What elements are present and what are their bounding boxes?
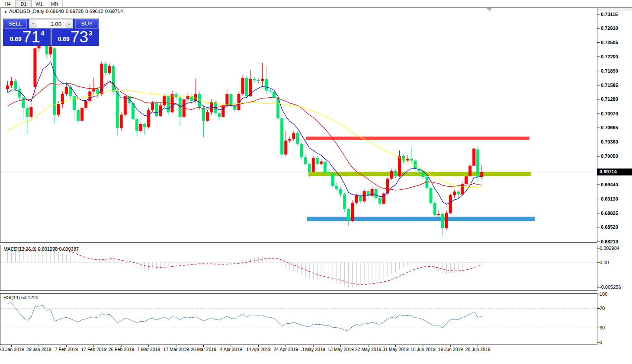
svg-text:20 Jan 2019: 20 Jan 2019: [0, 347, 24, 352]
ohlc-close: 0.69714: [105, 9, 123, 14]
volume-input[interactable]: [37, 19, 65, 28]
svg-text:0.72505: 0.72505: [601, 40, 618, 45]
svg-text:28 Jun 2019: 28 Jun 2019: [465, 347, 491, 352]
timeframe-button-h4[interactable]: H4: [0, 0, 16, 7]
macd-axis: 0.0029840.00-0.005256: [597, 246, 621, 290]
sell-button[interactable]: SELL: [3, 19, 27, 29]
svg-text:100: 100: [600, 291, 607, 297]
svg-text:4 Apr 2019: 4 Apr 2019: [220, 347, 242, 352]
svg-text:29 Jan 2019: 29 Jan 2019: [26, 347, 51, 352]
svg-text:0.70360: 0.70360: [601, 139, 618, 144]
chart-symbol-label: AUDUSD-,Daily: [9, 9, 44, 14]
buy-button[interactable]: BUY: [75, 19, 99, 29]
svg-text:0.72810: 0.72810: [601, 26, 618, 31]
svg-text:0.68520: 0.68520: [601, 224, 618, 230]
buy-price-prefix: 0.69: [58, 35, 70, 42]
svg-text:0.69130: 0.69130: [601, 196, 618, 201]
ohlc-low: 0.69612: [85, 9, 103, 14]
timeframe-button-mn[interactable]: MN: [47, 0, 63, 7]
svg-text:0: 0: [600, 340, 602, 345]
svg-text:0.70665: 0.70665: [601, 125, 618, 130]
svg-text:0.69714: 0.69714: [600, 169, 617, 174]
svg-text:0.002984: 0.002984: [600, 246, 619, 251]
svg-text:0.71585: 0.71585: [601, 83, 618, 88]
macd-value-main: 0.001298: [38, 246, 58, 252]
svg-text:-0.005256: -0.005256: [600, 284, 621, 290]
timeframe-button-d1[interactable]: D1: [16, 0, 32, 7]
svg-text:7 Mar 2019: 7 Mar 2019: [137, 347, 160, 352]
chart-title: ▲AUDUSD-,Daily0.696400.697280.696120.697…: [4, 9, 125, 14]
sell-price-pip: 4: [41, 29, 44, 37]
sell-price-big: 71: [22, 30, 40, 44]
sell-price-prefix: 0.69: [10, 35, 22, 42]
svg-text:0.69440: 0.69440: [601, 182, 618, 187]
svg-text:0.00: 0.00: [600, 260, 609, 265]
svg-text:70: 70: [600, 306, 605, 311]
one-click-trade-panel: SELL ▼ ▲ BUY 0.69 71 4 0.69 73 3: [3, 19, 99, 45]
macd-name: MACD(12,26,9): [3, 246, 36, 252]
buy-price-big: 73: [71, 30, 88, 44]
current-price-marker: 0.69714: [597, 169, 632, 176]
svg-text:26 Mar 2019: 26 Mar 2019: [191, 347, 216, 352]
volume-decrease-icon[interactable]: ▼: [29, 19, 37, 28]
svg-text:10 Jun 2019: 10 Jun 2019: [411, 347, 436, 352]
svg-text:3 May 2019: 3 May 2019: [302, 347, 325, 352]
rsi-name: RSI(14): [3, 295, 20, 300]
svg-text:0.68210: 0.68210: [601, 239, 618, 244]
svg-text:13 May 2019: 13 May 2019: [327, 347, 354, 352]
svg-text:7 Feb 2019: 7 Feb 2019: [55, 347, 78, 352]
buy-price-display[interactable]: 0.69 73 3: [51, 29, 99, 45]
chart-canvas[interactable]: 0.731150.728100.725050.722000.718900.715…: [0, 0, 632, 353]
svg-text:0.72200: 0.72200: [601, 54, 618, 59]
timeframe-toolbar: H4D1W1MN: [0, 0, 632, 8]
rsi-value: 53.1220: [21, 295, 38, 300]
svg-text:26 Feb 2019: 26 Feb 2019: [109, 347, 134, 352]
svg-text:17 Feb 2019: 17 Feb 2019: [81, 347, 106, 352]
buy-price-pip: 3: [89, 29, 92, 37]
volume-stepper: ▼ ▲: [29, 19, 73, 29]
sell-price-display[interactable]: 0.69 71 4: [3, 29, 51, 45]
svg-text:24 Apr 2019: 24 Apr 2019: [273, 347, 298, 352]
rsi-axis: 10070300: [597, 291, 607, 345]
svg-text:0.70970: 0.70970: [601, 111, 618, 116]
macd-label: MACD(12,26,9)0.0012980.000387: [3, 246, 80, 252]
volume-increase-icon[interactable]: ▲: [65, 19, 73, 28]
svg-text:17 Mar 2019: 17 Mar 2019: [164, 347, 189, 352]
timeframe-button-w1[interactable]: W1: [32, 0, 47, 7]
macd-value-signal: 0.000387: [59, 246, 79, 252]
svg-text:30: 30: [600, 325, 605, 330]
svg-text:0.71890: 0.71890: [601, 68, 618, 73]
svg-text:0.71280: 0.71280: [601, 96, 618, 102]
svg-text:19 Jun 2019: 19 Jun 2019: [438, 347, 463, 352]
svg-text:0.68825: 0.68825: [601, 211, 618, 216]
svg-text:22 May 2019: 22 May 2019: [355, 347, 382, 352]
ohlc-open: 0.69640: [46, 9, 64, 14]
svg-text:0.70050: 0.70050: [601, 153, 618, 159]
svg-text:31 May 2019: 31 May 2019: [382, 347, 409, 352]
pane-frames: [0, 8, 597, 345]
ohlc-high: 0.69728: [66, 9, 84, 14]
collapse-icon[interactable]: ▲: [4, 10, 7, 13]
time-axis: 20 Jan 201929 Jan 20197 Feb 201917 Feb 2…: [0, 345, 491, 352]
rsi-label: RSI(14)53.1220: [3, 295, 40, 300]
svg-text:0.73115: 0.73115: [601, 12, 618, 17]
svg-text:14 Apr 2019: 14 Apr 2019: [246, 347, 271, 352]
price-axis: 0.731150.728100.725050.722000.718900.715…: [597, 12, 618, 244]
